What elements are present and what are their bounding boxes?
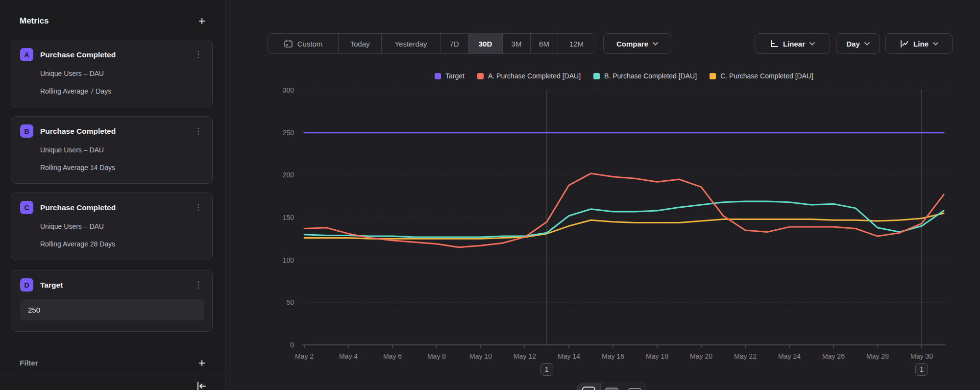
medium-size-icon [605, 388, 618, 390]
linear-scale-icon [770, 40, 779, 48]
date-range-segmented-control: CustomTodayYesterday7D30D3M6M12M [268, 33, 595, 54]
line-chart-icon [900, 40, 909, 48]
x-axis-label: May 16 [602, 352, 624, 360]
metrics-sidebar: Metrics + APurchase Completed⋮Unique Use… [0, 0, 225, 390]
chevron-down-icon [864, 42, 870, 46]
metrics-title: Metrics [20, 16, 49, 26]
x-axis-label: May 4 [339, 352, 358, 360]
series-line-2 [304, 201, 944, 237]
chart-type-dropdown-button[interactable]: Line [885, 33, 953, 54]
y-axis-label: 100 [283, 256, 294, 264]
x-axis-label: May 24 [778, 352, 801, 360]
filter-label: Filter [20, 359, 38, 367]
compare-label: Compare [616, 40, 648, 48]
chart-size-toggle [577, 383, 646, 390]
range-today-button[interactable]: Today [339, 34, 382, 53]
range-12m-button[interactable]: 12M [558, 34, 595, 53]
target-card: D Target ⋮ [11, 270, 213, 332]
range-30d-button[interactable]: 30D [468, 34, 503, 53]
chevron-down-icon [809, 42, 815, 46]
x-axis-label: May 20 [690, 352, 712, 360]
kebab-menu-icon[interactable]: ⋮ [192, 280, 204, 290]
range-6m-button[interactable]: 6M [531, 34, 558, 53]
granularity-label: Day [846, 40, 860, 48]
metric-badge-b: B [20, 124, 33, 138]
kebab-menu-icon[interactable]: ⋮ [192, 49, 204, 60]
chart-size-medium-button[interactable] [601, 383, 624, 390]
target-value-input[interactable] [20, 299, 204, 320]
kebab-menu-icon[interactable]: ⋮ [192, 202, 204, 213]
chart-type-label: Line [913, 40, 929, 48]
x-axis-label: May 14 [558, 352, 580, 360]
y-axis-label: 250 [283, 129, 294, 137]
metric-measurement: Unique Users – DAU [40, 222, 204, 230]
x-axis-label: May 10 [469, 352, 492, 360]
calendar-icon [284, 39, 293, 48]
metric-badge-d: D [20, 278, 33, 292]
scale-label: Linear [783, 40, 805, 48]
range-7d-button[interactable]: 7D [441, 34, 468, 53]
annotation-badge[interactable]: 1 [915, 363, 928, 376]
metrics-header: Metrics + [20, 14, 205, 28]
add-filter-button[interactable]: + [198, 358, 205, 368]
chart-size-large-button[interactable] [578, 383, 601, 390]
filter-section: Filter + [20, 356, 205, 370]
kebab-menu-icon[interactable]: ⋮ [192, 126, 204, 136]
y-axis-label: 300 [283, 86, 294, 94]
large-size-icon [582, 387, 595, 390]
x-axis-label: May 8 [427, 352, 446, 360]
metric-rolling-average: Rolling Average 7 Days [40, 87, 204, 95]
x-axis-label: May 18 [646, 352, 668, 360]
metric-card-c[interactable]: CPurchase Completed⋮Unique Users – DAURo… [11, 193, 213, 260]
y-axis-label: 150 [283, 214, 294, 221]
metric-badge-a: A [20, 48, 33, 61]
granularity-dropdown-button[interactable]: Day [836, 33, 880, 54]
metric-rolling-average: Rolling Average 28 Days [40, 240, 204, 248]
metric-measurement: Unique Users – DAU [40, 70, 204, 77]
chevron-down-icon [653, 42, 658, 46]
y-axis-label: 0 [290, 341, 294, 349]
metric-badge-c: C [20, 201, 33, 214]
scale-dropdown-button[interactable]: Linear [755, 33, 830, 54]
range-custom-button[interactable]: Custom [268, 34, 339, 53]
y-axis-label: 200 [283, 171, 294, 179]
series-line-3 [304, 213, 944, 239]
x-axis-label: May 22 [734, 352, 757, 360]
small-size-icon [628, 388, 641, 390]
x-axis-label: May 12 [514, 352, 536, 360]
collapse-sidebar-icon[interactable] [195, 380, 208, 390]
x-axis-label: May 30 [910, 352, 933, 360]
x-axis-label: May 2 [295, 352, 314, 360]
metric-card-b[interactable]: BPurchase Completed⋮Unique Users – DAURo… [11, 116, 213, 184]
range-yesterday-button[interactable]: Yesterday [382, 34, 441, 53]
metric-title: Purchase Completed [40, 50, 192, 59]
metric-card-a[interactable]: APurchase Completed⋮Unique Users – DAURo… [11, 40, 213, 107]
metric-title: Purchase Completed [40, 127, 192, 136]
chevron-down-icon [933, 42, 938, 46]
metric-title: Purchase Completed [40, 203, 192, 212]
sidebar-divider [0, 374, 224, 374]
compare-button[interactable]: Compare [603, 33, 671, 54]
x-axis-label: May 26 [822, 352, 845, 360]
x-axis-label: May 6 [383, 352, 402, 360]
annotation-badge[interactable]: 1 [540, 363, 553, 376]
range-3m-button[interactable]: 3M [503, 34, 531, 53]
metric-rolling-average: Rolling Average 14 Days [40, 164, 204, 171]
target-title: Target [40, 281, 192, 290]
x-axis-label: May 28 [866, 352, 889, 360]
line-chart[interactable]: 050100150200250300May 2May 4May 6May 8Ma… [225, 64, 980, 390]
y-axis-label: 50 [286, 298, 294, 306]
chart-size-small-button[interactable] [623, 383, 646, 390]
metric-measurement: Unique Users – DAU [40, 146, 204, 154]
add-metric-button[interactable]: + [198, 16, 205, 26]
